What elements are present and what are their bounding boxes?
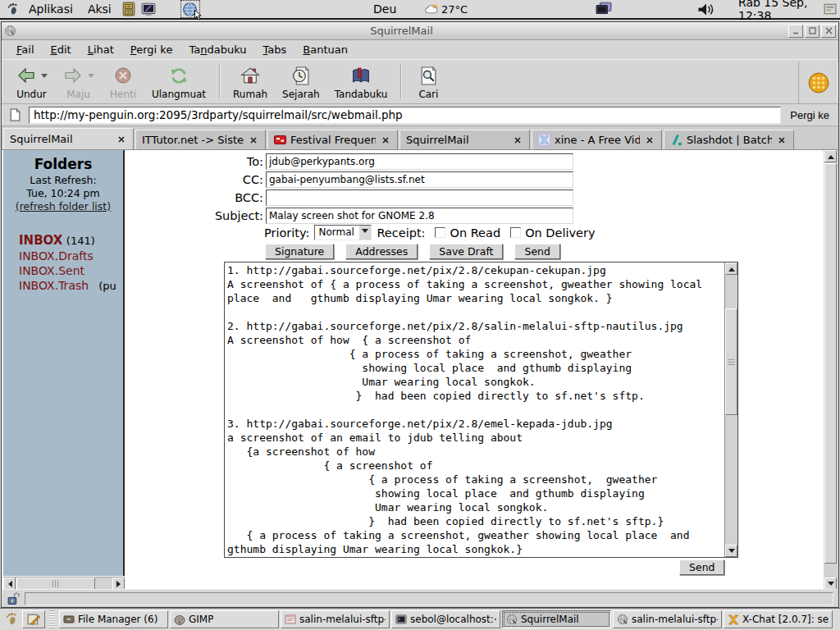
menu-tabs[interactable]: Tabs (255, 42, 295, 57)
body-vscrollbar[interactable] (724, 262, 737, 557)
stop-button[interactable]: Henti (102, 62, 144, 100)
bcc-label: BCC: (126, 191, 266, 204)
tab-close-icon[interactable] (776, 135, 788, 146)
signature-button[interactable]: Signature (265, 244, 334, 259)
tab-squirrelmail-2[interactable]: SquirrelMail (399, 130, 530, 149)
on-read-checkbox[interactable] (435, 227, 445, 238)
priority-label: Priority: (264, 226, 309, 240)
history-button[interactable]: Sejarah (275, 62, 327, 100)
scroll-thumb[interactable] (16, 578, 95, 590)
tab-close-icon[interactable] (380, 135, 391, 146)
terminal-launcher[interactable] (139, 1, 158, 17)
to-field[interactable] (266, 153, 573, 170)
bookmarks-icon (350, 66, 372, 86)
sidebar-hscrollbar[interactable] (3, 577, 125, 590)
scroll-left-button[interactable] (3, 578, 16, 590)
tasklist-handle[interactable] (49, 610, 55, 628)
tab-close-icon[interactable] (248, 135, 259, 146)
keyboard-layout-indicator[interactable]: Deu (373, 0, 396, 18)
reload-button[interactable]: Ulangmuat (144, 62, 213, 100)
on-delivery-checkbox[interactable] (510, 227, 521, 238)
scroll-thumb[interactable] (725, 308, 737, 415)
tab-slashdot[interactable]: Slashdot | Batch-o... (664, 130, 794, 149)
tab-festival[interactable]: Festival Frequently... (267, 130, 398, 149)
workspace-switcher[interactable] (596, 0, 612, 18)
file-cabinet-launcher[interactable] (120, 1, 138, 17)
page-icon[interactable] (6, 107, 25, 124)
save-draft-button[interactable]: Save Draft (429, 244, 503, 259)
menu-bantuan[interactable]: Bantuan (294, 42, 356, 57)
find-button[interactable]: Cari (407, 62, 450, 100)
priority-select[interactable]: Normal (314, 225, 372, 240)
tray-icon[interactable] (824, 0, 837, 18)
titlebar[interactable]: SquirrelMail (2, 22, 838, 40)
go-button[interactable]: Pergi ke (785, 107, 834, 123)
task-salin-browser[interactable]: salin-melalui-sftp-n (613, 610, 722, 628)
gnome-foot-icon[interactable] (2, 610, 21, 628)
send-button-top[interactable]: Send (514, 244, 559, 259)
task-file-manager[interactable]: File Manager (6) (59, 610, 168, 628)
browser-globe-icon (506, 614, 518, 625)
browser-globe-icon (617, 614, 628, 625)
tab-ittutor[interactable]: ITTutor.net -> Sistem ... (135, 130, 266, 149)
maximize-button[interactable] (805, 25, 819, 38)
on-delivery-label: On Delivery (525, 226, 595, 240)
notes-applet[interactable] (22, 610, 45, 628)
message-body[interactable]: 1. http://gabai.sourceforge.net/pix/2.8/… (225, 262, 724, 557)
menu-aplikasi[interactable]: Aplikasi (21, 1, 80, 17)
folder-inbox[interactable]: INBOX (141) (19, 233, 123, 249)
scroll-thumb[interactable] (824, 163, 837, 564)
scroll-right-button[interactable] (112, 578, 125, 590)
close-button[interactable] (821, 25, 836, 38)
web-browser-launcher[interactable] (181, 1, 199, 17)
tab-close-icon[interactable] (644, 135, 655, 146)
menu-pergi-ke[interactable]: Pergi ke (122, 42, 181, 57)
menu-fail[interactable]: Fail (8, 42, 43, 57)
tab-close-icon[interactable] (116, 134, 127, 145)
throbber-zone (798, 62, 838, 103)
back-button[interactable]: Undur (8, 62, 55, 100)
minimize-button[interactable] (788, 25, 803, 38)
task-gimp[interactable]: GIMP (170, 610, 279, 628)
tab-xine[interactable]: xine - A Free Video ... (532, 130, 662, 149)
subject-field[interactable] (266, 208, 573, 224)
menu-tandabuku[interactable]: Tandabuku (180, 42, 254, 57)
home-button[interactable]: Rumah (226, 62, 275, 100)
bcc-field[interactable] (266, 189, 573, 206)
gnome-foot-icon[interactable] (3, 2, 21, 16)
tab-squirrelmail-1[interactable]: SquirrelMail (3, 128, 134, 149)
cc-field[interactable] (266, 171, 573, 188)
bookmarks-button[interactable]: Tandabuku (327, 62, 395, 100)
compose-area: To: CC: BCC: Subject: Priority: Normal (126, 150, 824, 590)
forward-button[interactable]: Maju (55, 62, 102, 100)
forward-dropdown[interactable] (88, 74, 94, 81)
tab-close-icon[interactable] (512, 135, 523, 146)
back-dropdown[interactable] (41, 74, 48, 81)
security-lock-icon[interactable] (7, 591, 21, 605)
url-input[interactable] (29, 107, 781, 124)
send-button-bottom[interactable]: Send (679, 559, 724, 575)
scroll-down-button[interactable] (824, 578, 837, 590)
scroll-down-button[interactable] (725, 545, 737, 557)
folder-inbox-drafts[interactable]: INBOX.Drafts (19, 249, 123, 263)
menu-aksi[interactable]: Aksi (80, 1, 119, 17)
menu-edit[interactable]: Edit (43, 42, 80, 57)
refresh-folder-list-link[interactable]: (refresh folder list) (16, 200, 111, 212)
status-message-area (25, 592, 833, 605)
scroll-up-button[interactable] (725, 262, 737, 275)
window-title: SquirrelMail (16, 25, 787, 37)
scroll-up-button[interactable] (824, 150, 837, 162)
page-vscrollbar[interactable] (824, 150, 838, 590)
menu-lihat[interactable]: Lihat (80, 42, 122, 57)
weather-applet[interactable]: 27°C (425, 0, 468, 18)
menubar: Fail Edit Lihat Pergi ke Tandabuku Tabs … (2, 40, 838, 59)
task-squirrelmail[interactable]: SquirrelMail (502, 610, 611, 628)
folder-inbox-sent[interactable]: INBOX.Sent (19, 263, 123, 278)
task-xchat[interactable]: X-Chat [2.0.7]: sebol (724, 610, 833, 628)
folder-inbox-trash[interactable]: INBOX.Trash(pu (19, 278, 123, 294)
page-content: Folders Last Refresh: Tue, 10:24 pm (ref… (2, 150, 838, 590)
addresses-button[interactable]: Addresses (345, 244, 418, 259)
task-salin-editor[interactable]: salin-melalui-sftp-n (281, 610, 390, 628)
task-terminal[interactable]: sebol@localhost:~/ (391, 610, 500, 628)
volume-applet[interactable] (697, 0, 715, 18)
